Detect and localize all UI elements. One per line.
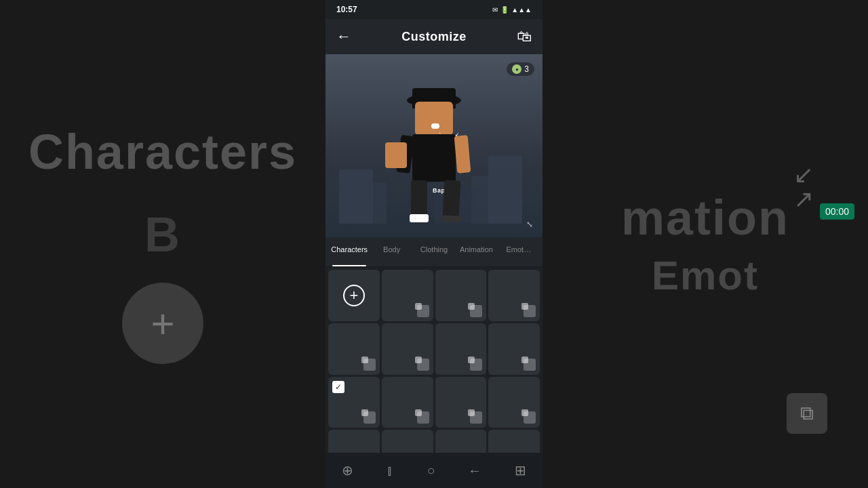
copy-icon-2 bbox=[470, 305, 482, 317]
left-panel-characters-text: Characters bbox=[28, 124, 297, 180]
characters-grid-area: + bbox=[326, 267, 542, 453]
back-button[interactable]: ← bbox=[336, 29, 351, 44]
char-left-shoe bbox=[410, 214, 429, 222]
apps-icon: ⊞ bbox=[515, 462, 526, 479]
char-right-shoe bbox=[442, 215, 461, 222]
coin-icon: ● bbox=[512, 64, 521, 74]
menu-nav-button[interactable]: ⫿ bbox=[387, 463, 394, 479]
copy-icon-1 bbox=[417, 305, 429, 317]
home-icon: ○ bbox=[427, 463, 435, 479]
right-panel-animation-text: mation bbox=[621, 190, 789, 245]
status-time: 10:57 bbox=[336, 5, 357, 14]
left-panel-sub-text: B bbox=[144, 207, 181, 262]
character-cell-4[interactable] bbox=[328, 323, 380, 375]
char-head bbox=[415, 102, 453, 136]
tab-clothing-label: Clothing bbox=[420, 245, 448, 253]
character-cell-11[interactable] bbox=[488, 377, 540, 428]
globe-icon: ⊕ bbox=[342, 462, 353, 479]
expand-arrow-icon: ↗ bbox=[793, 187, 814, 211]
checkmark-icon: ✓ bbox=[332, 381, 344, 393]
character-cell-5[interactable] bbox=[382, 323, 433, 375]
character-cell-2[interactable] bbox=[435, 270, 487, 321]
header: ← Customize 🛍 bbox=[326, 19, 542, 54]
wifi-icon: ▲▲▲ bbox=[511, 6, 532, 14]
character-cell-12[interactable] bbox=[328, 430, 380, 453]
copy-icon-6 bbox=[470, 359, 482, 371]
character-cell-14[interactable] bbox=[435, 430, 487, 453]
phone-frame: 10:57 ✉ 🔋 ▲▲▲ ← Customize 🛍 bbox=[326, 0, 542, 488]
cart-button[interactable]: 🛍 bbox=[517, 28, 532, 45]
char-body: Bape bbox=[412, 134, 456, 182]
status-bar: 10:57 ✉ 🔋 ▲▲▲ bbox=[326, 0, 542, 19]
character-cell-6[interactable] bbox=[435, 323, 487, 375]
menu-icon: ⫿ bbox=[387, 463, 394, 479]
right-background-panel: ↙ ↗ 00:00 mation Emot ⧉ bbox=[542, 0, 868, 488]
characters-grid: + bbox=[328, 270, 540, 453]
copy-icon-9 bbox=[417, 411, 429, 424]
character-cell-9[interactable] bbox=[382, 377, 433, 428]
character-cell-selected[interactable]: ✓ bbox=[328, 377, 380, 428]
tab-characters-label: Characters bbox=[331, 245, 368, 253]
tab-animation[interactable]: Animation bbox=[455, 237, 497, 266]
add-character-cell[interactable]: + bbox=[328, 270, 380, 321]
left-panel-add-icon: + bbox=[151, 300, 174, 347]
character-figure: Bape bbox=[400, 88, 468, 224]
char-bag bbox=[385, 142, 407, 168]
copy-icon-4 bbox=[363, 359, 376, 371]
screen-wrapper: Characters B + ↙ ↗ 00:00 mation Emot ⧉ 1… bbox=[0, 0, 868, 488]
copy-icon: ⧉ bbox=[800, 403, 814, 425]
coin-count: 3 bbox=[524, 64, 529, 74]
character-cell-1[interactable] bbox=[382, 270, 433, 321]
right-panel-timer: 00:00 bbox=[820, 203, 854, 220]
copy-icon-7 bbox=[524, 359, 536, 371]
char-right-leg bbox=[443, 180, 461, 218]
copy-icon-3 bbox=[524, 305, 536, 317]
tab-emotes[interactable]: Emot… bbox=[498, 237, 540, 266]
left-background-panel: Characters B + bbox=[0, 0, 326, 488]
copy-icon-11 bbox=[524, 411, 536, 424]
back-nav-button[interactable]: ← bbox=[468, 463, 481, 479]
globe-nav-button[interactable]: ⊕ bbox=[342, 462, 353, 479]
message-icon: ✉ bbox=[492, 6, 498, 14]
page-title: Customize bbox=[401, 30, 467, 44]
collapse-button[interactable]: ⤡ bbox=[522, 217, 537, 232]
character-cell-10[interactable] bbox=[435, 377, 487, 428]
character-preview-area: Bape ● 3 ⤡ bbox=[326, 54, 542, 237]
status-icons: ✉ 🔋 ▲▲▲ bbox=[492, 6, 532, 14]
right-panel-emot-text: Emot bbox=[652, 252, 759, 299]
tab-body[interactable]: Body bbox=[370, 237, 412, 266]
bottom-navigation: ⊕ ⫿ ○ ← ⊞ bbox=[326, 453, 542, 488]
tab-characters[interactable]: Characters bbox=[328, 237, 370, 266]
battery-icon: 🔋 bbox=[500, 6, 509, 14]
apps-nav-button[interactable]: ⊞ bbox=[515, 462, 526, 479]
right-panel-arrows: ↙ ↗ bbox=[793, 163, 814, 211]
copy-icon-10 bbox=[470, 411, 482, 424]
back-icon: ← bbox=[468, 463, 481, 479]
home-nav-button[interactable]: ○ bbox=[427, 463, 435, 479]
char-eye-right bbox=[431, 123, 437, 129]
collapse-arrow-icon: ↙ bbox=[793, 163, 814, 187]
character-cell-13[interactable] bbox=[382, 430, 433, 453]
tab-emotes-label: Emot… bbox=[506, 245, 531, 253]
tab-animation-label: Animation bbox=[460, 245, 493, 253]
coin-badge: ● 3 bbox=[507, 62, 534, 76]
copy-icon-8 bbox=[363, 411, 376, 424]
copy-icon-5 bbox=[417, 359, 429, 371]
char-left-leg bbox=[411, 180, 427, 218]
add-icon: + bbox=[343, 285, 365, 306]
character-cell-3[interactable] bbox=[488, 270, 540, 321]
tabs-bar: Characters Body Clothing Animation Emot… bbox=[326, 237, 542, 267]
character-cell-15[interactable] bbox=[488, 430, 540, 453]
left-panel-add-circle: + bbox=[122, 283, 203, 364]
tab-clothing[interactable]: Clothing bbox=[413, 237, 455, 266]
tab-body-label: Body bbox=[383, 245, 400, 253]
right-panel-copy-icon: ⧉ bbox=[787, 393, 827, 434]
character-cell-7[interactable] bbox=[488, 323, 540, 375]
